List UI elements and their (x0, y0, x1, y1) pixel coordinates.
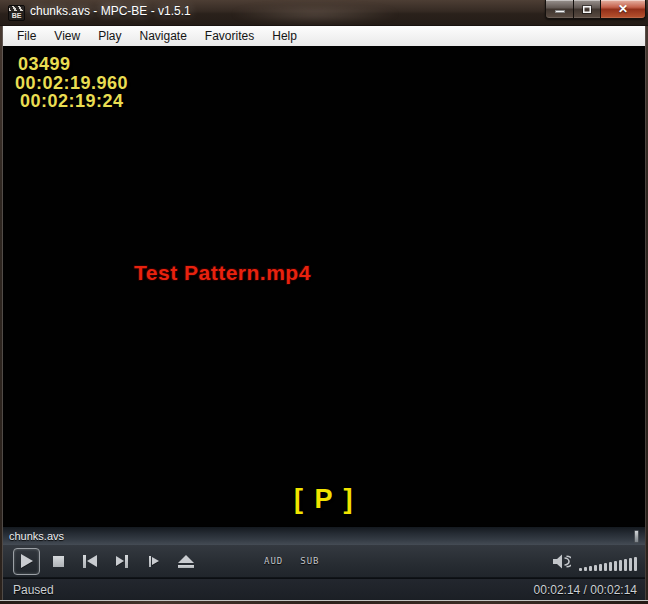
maximize-icon (582, 5, 592, 14)
status-bar: Paused 00:02:14 / 00:02:14 (3, 578, 645, 600)
caption-buttons: ✕ (545, 0, 646, 19)
play-button[interactable] (13, 548, 40, 575)
osd-media-title: Test Pattern.mp4 (134, 262, 311, 283)
mpc-be-window: BE chunks.avs - MPC-BE - v1.5.1 ✕ File V… (0, 0, 648, 604)
window-title: chunks.avs - MPC-BE - v1.5.1 (30, 4, 191, 18)
play-icon (21, 554, 33, 568)
close-button[interactable]: ✕ (601, 0, 646, 19)
menu-favorites[interactable]: Favorites (196, 27, 263, 45)
frame-step-icon (149, 556, 159, 567)
time-display: 00:02:14 / 00:02:14 (534, 583, 637, 597)
eject-icon (178, 555, 194, 568)
video-surface[interactable]: 03499 00:02:19.960 00:02:19:24 Test Patt… (3, 46, 645, 526)
glass-blur-decoration (230, 4, 400, 24)
seek-bar[interactable]: chunks.avs (3, 526, 645, 545)
skip-back-button[interactable] (74, 548, 106, 575)
menu-bar: File View Play Navigate Favorites Help (3, 26, 645, 46)
osd-time: 00:02:19.960 (15, 74, 128, 92)
seekbar-filename: chunks.avs (3, 530, 64, 542)
close-icon: ✕ (618, 3, 628, 15)
stop-icon (53, 556, 64, 567)
title-bar[interactable]: BE chunks.avs - MPC-BE - v1.5.1 ✕ (0, 0, 648, 26)
audio-track-button[interactable]: AUD (264, 556, 283, 566)
stop-button[interactable] (42, 548, 74, 575)
minimize-icon (555, 10, 565, 13)
frame-step-button[interactable] (138, 548, 170, 575)
skip-forward-button[interactable] (106, 548, 138, 575)
menu-play[interactable]: Play (89, 27, 130, 45)
subtitle-track-button[interactable]: SUB (300, 556, 319, 566)
window-frame-bottom (0, 600, 648, 604)
playback-state: Paused (13, 583, 54, 597)
control-bar: AUD SUB (3, 545, 645, 578)
osd-frame-counter: 03499 (18, 55, 71, 73)
seek-thumb[interactable] (634, 530, 639, 543)
minimize-button[interactable] (545, 0, 574, 19)
volume-bars[interactable] (579, 556, 637, 571)
osd-timecode: 00:02:19:24 (20, 92, 124, 110)
app-icon[interactable]: BE (8, 5, 25, 21)
volume-zone (553, 554, 637, 571)
app-icon-label: BE (9, 11, 24, 20)
menu-navigate[interactable]: Navigate (130, 27, 195, 45)
menu-file[interactable]: File (8, 27, 45, 45)
skip-forward-icon (116, 555, 128, 568)
speaker-icon[interactable] (553, 554, 571, 569)
skip-back-icon (83, 555, 97, 568)
menu-view[interactable]: View (45, 27, 89, 45)
eject-button[interactable] (170, 548, 202, 575)
window-frame-left (0, 26, 3, 600)
menu-help[interactable]: Help (263, 27, 306, 45)
maximize-button[interactable] (574, 0, 601, 19)
osd-pause-indicator: [ P ] (294, 486, 355, 513)
